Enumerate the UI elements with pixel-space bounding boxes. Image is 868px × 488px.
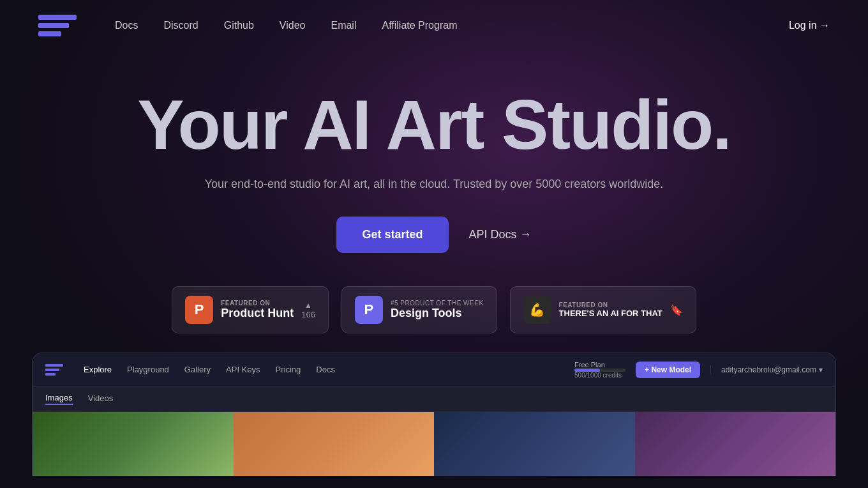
free-plan-label: Free Plan	[574, 361, 605, 369]
get-started-button[interactable]: Get started	[336, 217, 448, 253]
user-email[interactable]: adityarchebrolu@gmail.com ▾	[710, 365, 823, 374]
badge-ai-text: FEATURED ON THERE'S AN AI FOR THAT	[559, 301, 662, 318]
badge-design-tools-text: #5 PRODUCT OF THE WEEK Design Tools	[391, 300, 484, 320]
app-logo-bar-2	[45, 369, 59, 371]
nav-docs[interactable]: Docs	[115, 20, 138, 31]
sub-nav-images[interactable]: Images	[45, 393, 73, 405]
nav-github[interactable]: Github	[224, 20, 254, 31]
badge-ai-featured-label: FEATURED ON	[559, 301, 662, 309]
badge-design-tools[interactable]: P #5 PRODUCT OF THE WEEK Design Tools	[341, 286, 497, 333]
hero-title: Your AI Art Studio.	[0, 89, 868, 160]
badge-platform-name: Product Hunt	[221, 307, 294, 320]
app-nav-pricing[interactable]: Pricing	[276, 365, 301, 374]
nav-affiliate[interactable]: Affiliate Program	[382, 20, 457, 31]
badge-design-sub-label: #5 PRODUCT OF THE WEEK	[391, 300, 484, 307]
sub-nav-videos[interactable]: Videos	[88, 393, 114, 404]
badge-featured-label: FEATURED ON	[221, 300, 294, 307]
app-nav-playground[interactable]: Playground	[127, 365, 169, 374]
app-preview: Explore Playground Gallery API Keys Pric…	[32, 353, 836, 476]
badge-product-hunt-text: FEATURED ON Product Hunt	[221, 300, 294, 320]
logo-bar-1	[38, 15, 77, 20]
new-model-button[interactable]: + New Model	[636, 362, 700, 378]
app-logo[interactable]	[45, 364, 63, 376]
product-hunt-icon: P	[185, 296, 213, 324]
nav-login[interactable]: Log in →	[789, 20, 830, 31]
app-image-1	[33, 412, 234, 476]
app-nav-gallery[interactable]: Gallery	[184, 365, 211, 374]
user-email-text: adityarchebrolu@gmail.com	[721, 365, 816, 374]
badge-votes: ▲ 166	[301, 301, 315, 319]
app-image-2	[234, 412, 435, 476]
free-plan-indicator: Free Plan 500/1000 credits	[574, 361, 625, 379]
badge-design-name: Design Tools	[391, 307, 484, 320]
theres-an-ai-icon: 💪	[523, 296, 551, 324]
badge-row: P FEATURED ON Product Hunt ▲ 166 P #5 PR…	[0, 286, 868, 333]
free-plan-credits: 500/1000 credits	[574, 372, 622, 379]
app-logo-bar-1	[45, 364, 63, 367]
vote-arrow-icon: ▲	[304, 301, 312, 310]
app-nav-docs[interactable]: Docs	[316, 365, 335, 374]
nav-video[interactable]: Video	[280, 20, 306, 31]
app-image-grid	[33, 412, 835, 476]
app-sub-nav: Images Videos	[33, 386, 835, 412]
hero-subtitle: Your end-to-end studio for AI art, all i…	[0, 178, 868, 191]
app-nav-apikeys[interactable]: API Keys	[226, 365, 260, 374]
nav-links: Docs Discord Github Video Email Affiliat…	[115, 20, 789, 31]
logo[interactable]	[38, 15, 77, 36]
app-logo-bar-3	[45, 373, 56, 376]
app-nav-explore[interactable]: Explore	[84, 365, 112, 374]
api-docs-button[interactable]: API Docs →	[469, 228, 532, 241]
logo-bar-2	[38, 23, 69, 28]
bookmark-icon: 🔖	[670, 304, 683, 316]
nav-email[interactable]: Email	[331, 20, 356, 31]
app-image-4	[635, 412, 836, 476]
app-right-section: Free Plan 500/1000 credits + New Model a…	[574, 361, 823, 379]
hero-section: Your AI Art Studio. Your end-to-end stud…	[0, 51, 868, 253]
vote-count: 166	[301, 310, 315, 319]
badge-product-hunt[interactable]: P FEATURED ON Product Hunt ▲ 166	[172, 286, 329, 333]
nav-discord[interactable]: Discord	[163, 20, 198, 31]
main-navbar: Docs Discord Github Video Email Affiliat…	[0, 0, 868, 51]
design-tools-icon: P	[355, 296, 383, 324]
app-navbar: Explore Playground Gallery API Keys Pric…	[33, 353, 835, 386]
hero-buttons: Get started API Docs →	[0, 217, 868, 253]
badge-ai-name: THERE'S AN AI FOR THAT	[559, 309, 662, 318]
badge-theres-an-ai[interactable]: 💪 FEATURED ON THERE'S AN AI FOR THAT 🔖	[510, 286, 696, 333]
app-image-3	[434, 412, 635, 476]
logo-bar-3	[38, 31, 61, 36]
chevron-down-icon: ▾	[819, 365, 823, 374]
